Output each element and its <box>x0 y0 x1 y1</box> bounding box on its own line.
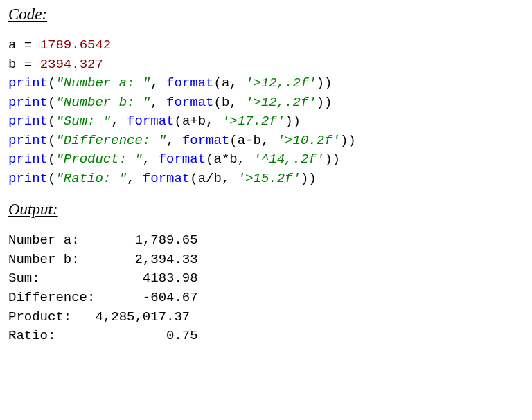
code-format: format <box>166 75 213 91</box>
code-sep: , <box>111 113 127 129</box>
output-line: Difference: -604.67 <box>8 290 198 305</box>
code-format: format <box>143 171 190 186</box>
output-line: Ratio: 0.75 <box>8 328 198 343</box>
code-print: print <box>8 171 48 186</box>
code-close: )) <box>317 95 332 110</box>
code-num-b: 2394.327 <box>40 57 103 72</box>
code-string: "Number a: " <box>55 75 150 91</box>
output-heading: Output: <box>8 201 524 219</box>
code-fmtstr: '>12,.2f' <box>245 95 317 110</box>
code-paren: ( <box>48 75 55 91</box>
output-line: Sum: 4183.98 <box>8 271 198 286</box>
code-close: )) <box>324 152 340 167</box>
code-fmtstr: '>17.2f' <box>222 113 285 129</box>
code-format: format <box>127 113 174 129</box>
code-format: format <box>182 133 229 148</box>
code-string: "Ratio: " <box>55 171 127 186</box>
code-var-b: b <box>8 57 16 72</box>
code-format: format <box>159 152 206 167</box>
code-close: )) <box>301 171 317 186</box>
code-close: )) <box>340 133 356 148</box>
code-print: print <box>8 152 48 167</box>
code-close: )) <box>317 75 332 91</box>
code-sep: , <box>166 133 182 148</box>
code-print: print <box>8 95 48 110</box>
code-string: "Number b: " <box>55 95 150 110</box>
code-close: )) <box>285 113 301 129</box>
code-print: print <box>8 113 48 129</box>
code-sep: , <box>143 152 159 167</box>
code-sep: , <box>127 171 143 186</box>
code-sep: , <box>150 95 166 110</box>
code-string: "Difference: " <box>55 133 166 148</box>
code-paren: ( <box>48 152 55 167</box>
code-paren: ( <box>48 95 55 110</box>
output-line: Number b: 2,394.33 <box>8 252 198 267</box>
code-var-a: a <box>8 37 16 53</box>
code-heading: Code: <box>8 6 524 24</box>
code-eq: = <box>16 57 39 72</box>
code-args: (b, <box>213 95 245 110</box>
code-fmtstr: '>10.2f' <box>277 133 340 148</box>
code-fmtstr: '>12,.2f' <box>245 75 317 91</box>
code-num-a: 1789.6542 <box>40 37 112 53</box>
code-paren: ( <box>48 113 55 129</box>
code-format: format <box>166 95 213 110</box>
code-args: (a+b, <box>174 113 221 129</box>
code-string: "Sum: " <box>55 113 111 129</box>
code-print: print <box>8 75 48 91</box>
code-eq: = <box>16 37 39 53</box>
output-line: Product: 4,285,017.37 <box>8 309 198 325</box>
code-paren: ( <box>48 133 55 148</box>
code-args: (a/b, <box>190 171 237 186</box>
code-paren: ( <box>48 171 55 186</box>
code-sep: , <box>150 75 166 91</box>
code-args: (a-b, <box>229 133 276 148</box>
code-block: a = 1789.6542 b = 2394.327 print("Number… <box>8 36 524 188</box>
code-string: "Product: " <box>55 152 142 167</box>
code-print: print <box>8 133 48 148</box>
output-block: Number a: 1,789.65 Number b: 2,394.33 Su… <box>8 231 524 345</box>
code-fmtstr: '>15.2f' <box>238 171 301 186</box>
code-args: (a, <box>213 75 245 91</box>
output-line: Number a: 1,789.65 <box>8 232 198 248</box>
code-fmtstr: '^14,.2f' <box>254 152 325 167</box>
code-args: (a*b, <box>206 152 253 167</box>
